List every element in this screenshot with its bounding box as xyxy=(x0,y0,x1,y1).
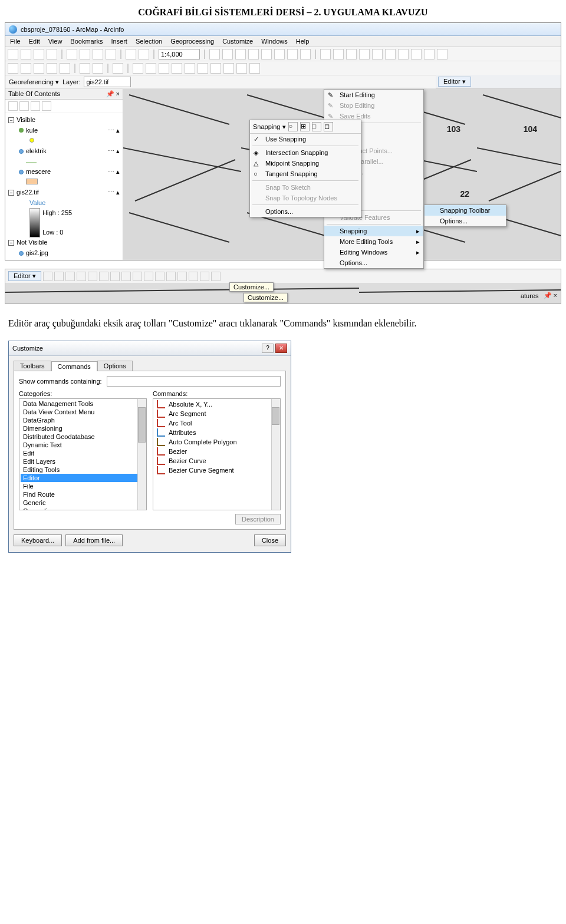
tool-icon[interactable] xyxy=(172,63,182,74)
new-icon[interactable] xyxy=(8,49,18,60)
open-icon[interactable] xyxy=(21,49,31,60)
toc-group-notvisible[interactable]: Not Visible xyxy=(17,237,47,248)
category-item[interactable]: Dimensioning xyxy=(21,424,145,433)
toc-list-icon[interactable] xyxy=(8,101,18,111)
identify-icon[interactable] xyxy=(146,63,156,74)
snapping-menu-item[interactable]: Options... xyxy=(250,206,361,217)
tab-toolbars[interactable]: Toolbars xyxy=(14,361,51,371)
tool-icon[interactable] xyxy=(144,272,153,281)
category-item[interactable]: Generic xyxy=(21,499,145,507)
save-icon[interactable] xyxy=(34,49,44,60)
snapping-menu-item[interactable]: ✓Use Snapping xyxy=(250,134,361,144)
map-canvas[interactable]: 103 104 22 Editor ▾ xyxy=(123,89,561,260)
filter-input[interactable] xyxy=(107,376,281,387)
tool-icon[interactable] xyxy=(261,49,272,60)
tool-icon[interactable] xyxy=(43,272,52,281)
tool-icon[interactable] xyxy=(359,49,370,60)
command-item[interactable]: Arc Tool xyxy=(154,418,279,428)
menu-view[interactable]: View xyxy=(48,38,62,45)
categories-listbox[interactable]: Data Management ToolsData View Context M… xyxy=(19,398,147,510)
tool-icon[interactable] xyxy=(65,272,75,281)
select-icon[interactable] xyxy=(133,63,143,74)
snapping-flyout-item[interactable]: Snapping Toolbar xyxy=(424,205,506,216)
layer-input[interactable] xyxy=(84,77,131,87)
category-item[interactable]: Edit Layers xyxy=(21,457,145,466)
snap-point-icon[interactable]: ○ xyxy=(288,122,298,131)
category-item[interactable]: Data Management Tools xyxy=(21,400,145,408)
tool-icon[interactable] xyxy=(210,63,221,74)
tool-icon[interactable] xyxy=(77,272,86,281)
tool-icon[interactable] xyxy=(113,63,123,74)
menu-insert[interactable]: Insert xyxy=(111,38,127,45)
tool-icon[interactable] xyxy=(398,49,409,60)
toc-layer-mescere[interactable]: mescere xyxy=(26,167,51,177)
tool-icon[interactable] xyxy=(155,272,164,281)
tool-icon[interactable] xyxy=(385,49,396,60)
scrollbar-thumb[interactable] xyxy=(272,407,279,425)
tool-icon[interactable] xyxy=(287,49,298,60)
editor-menu-item[interactable]: More Editing Tools▸ xyxy=(324,236,423,247)
tool-icon[interactable] xyxy=(235,49,246,60)
command-item[interactable]: Auto Complete Polygon xyxy=(154,437,279,447)
scrollbar[interactable] xyxy=(271,399,280,510)
tool-icon[interactable] xyxy=(411,49,422,60)
print-icon[interactable] xyxy=(47,49,57,60)
zoomin-icon[interactable] xyxy=(8,63,18,74)
customize-tooltip[interactable]: Customize... xyxy=(229,282,274,292)
tool-icon[interactable] xyxy=(424,49,435,60)
paste-icon[interactable] xyxy=(93,49,103,60)
layer-menu-icon[interactable]: ⋯ ▴ xyxy=(108,126,120,136)
scrollbar[interactable] xyxy=(137,399,146,510)
category-item[interactable]: File xyxy=(21,482,145,490)
pin-close-icon[interactable]: 📌 × xyxy=(544,292,557,299)
category-item[interactable]: DataGraph xyxy=(21,416,145,424)
category-item[interactable]: Edit xyxy=(21,449,145,457)
toc-layer-gis22[interactable]: gis22.tif xyxy=(17,187,39,198)
editor-dropdown-button[interactable]: Editor ▾ xyxy=(438,77,471,87)
toc-layer-kule[interactable]: kule xyxy=(26,126,38,136)
tool-icon[interactable] xyxy=(166,272,176,281)
close-button[interactable]: ✕ xyxy=(275,344,287,353)
menu-help[interactable]: Help xyxy=(296,38,310,45)
snapping-menu-item[interactable]: △Midpoint Snapping xyxy=(250,158,361,169)
tool-icon[interactable] xyxy=(372,49,383,60)
cut-icon[interactable] xyxy=(67,49,77,60)
tool-icon[interactable] xyxy=(110,272,120,281)
tool-icon[interactable] xyxy=(185,63,195,74)
category-item[interactable]: Find Route xyxy=(21,490,145,499)
category-item[interactable]: Dynamic Text xyxy=(21,441,145,449)
scrollbar-thumb[interactable] xyxy=(138,407,146,443)
command-item[interactable]: Bezier Curve Segment xyxy=(154,466,279,475)
tool-icon[interactable] xyxy=(274,49,285,60)
tool-icon[interactable] xyxy=(437,49,447,60)
toc-layer-elektrik[interactable]: elektrik xyxy=(26,146,47,157)
tool-icon[interactable] xyxy=(189,272,198,281)
category-item[interactable]: Editor xyxy=(21,474,145,482)
tab-options[interactable]: Options xyxy=(97,361,133,371)
snapping-menu-item[interactable]: ◈Intersection Snapping xyxy=(250,147,361,158)
command-item[interactable]: Attributes xyxy=(154,428,279,437)
menu-bookmarks[interactable]: Bookmarks xyxy=(70,38,103,45)
toc-layer-gis2[interactable]: gis2.jpg xyxy=(26,248,48,259)
close-button[interactable]: Close xyxy=(254,534,286,546)
tool-icon[interactable] xyxy=(177,272,187,281)
tool-icon[interactable] xyxy=(236,63,247,74)
tool-icon[interactable] xyxy=(198,63,208,74)
tool-icon[interactable] xyxy=(159,63,169,74)
tool-icon[interactable] xyxy=(320,49,331,60)
tool-icon[interactable] xyxy=(249,63,260,74)
georeferencing-dropdown[interactable]: Georeferencing ▾ xyxy=(9,78,59,86)
tool-icon[interactable] xyxy=(80,63,90,74)
zoomout-icon[interactable] xyxy=(21,63,31,74)
pan-icon[interactable] xyxy=(34,63,44,74)
tab-commands[interactable]: Commands xyxy=(51,361,97,371)
tool-icon[interactable] xyxy=(223,63,234,74)
copy-icon[interactable] xyxy=(80,49,90,60)
snap-vertex-icon[interactable]: □ xyxy=(312,122,321,131)
tool-icon[interactable] xyxy=(93,63,103,74)
category-item[interactable]: Geocoding xyxy=(21,507,145,510)
snap-edge-icon[interactable]: ◻ xyxy=(324,122,333,131)
menu-geoprocessing[interactable]: Geoprocessing xyxy=(170,38,214,45)
menu-customize[interactable]: Customize xyxy=(222,38,253,45)
toc-source-icon[interactable] xyxy=(19,101,29,111)
